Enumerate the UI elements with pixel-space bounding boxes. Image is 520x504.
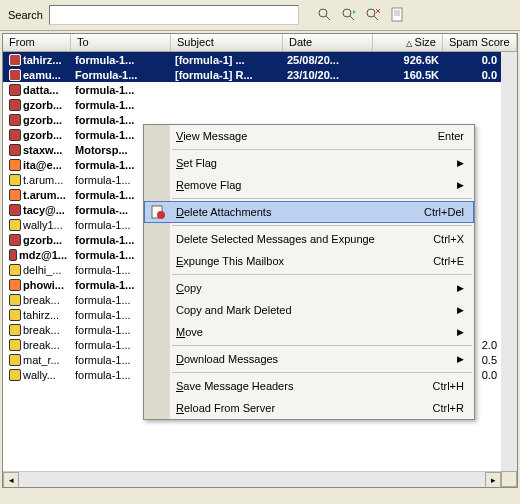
search-label: Search (8, 9, 43, 21)
menu-item-copy[interactable]: Copy▶ (144, 277, 474, 299)
menu-item-label: Download Messages (176, 353, 278, 365)
table-row[interactable]: datta...formula-1... (3, 82, 517, 97)
menu-item-delete-attachments[interactable]: Delete AttachmentsCtrl+Del (144, 201, 474, 223)
menu-item-copy-and-mark-deleted[interactable]: Copy and Mark Deleted▶ (144, 299, 474, 321)
search-input[interactable] (49, 5, 299, 25)
svg-line-3 (350, 16, 354, 20)
menu-item-label: View Message (176, 130, 247, 142)
menu-separator (172, 372, 472, 373)
svg-point-4 (367, 9, 375, 17)
submenu-arrow-icon: ▶ (457, 354, 464, 364)
menu-item-label: Expunge This Mailbox (176, 255, 284, 267)
cell-from: break... (23, 324, 60, 336)
menu-item-save-message-headers[interactable]: Save Message HeadersCtrl+H (144, 375, 474, 397)
submenu-arrow-icon: ▶ (457, 180, 464, 190)
scroll-right-button[interactable]: ▸ (485, 472, 501, 488)
cell-subject: [formula-1] ... (171, 54, 283, 66)
mail-table: From To Subject Date △ Size Spam Score t… (2, 33, 518, 488)
cell-from: gzorb... (23, 234, 62, 246)
menu-item-label: Set Flag (176, 157, 217, 169)
menu-separator (172, 149, 472, 150)
cell-subject: [formula-1] R... (171, 69, 283, 81)
document-icon[interactable] (387, 5, 407, 25)
cell-from: wally... (23, 369, 56, 381)
menu-separator (172, 345, 472, 346)
menu-item-label: Move (176, 326, 203, 338)
mail-icon (9, 369, 21, 381)
search-next-icon[interactable] (339, 5, 359, 25)
mail-icon (9, 54, 21, 66)
mail-icon (9, 129, 21, 141)
menu-item-label: Delete Selected Messages and Expunge (176, 233, 375, 245)
mail-icon (9, 84, 21, 96)
cell-from: wally1... (23, 219, 63, 231)
col-to[interactable]: To (71, 34, 171, 51)
menu-item-shortcut: Ctrl+H (433, 380, 464, 392)
cell-date: 23/10/20... (283, 69, 373, 81)
scroll-left-button[interactable]: ◂ (3, 472, 19, 488)
search-toolbar: Search (0, 0, 520, 31)
menu-item-set-flag[interactable]: Set Flag▶ (144, 152, 474, 174)
search-icon[interactable] (315, 5, 335, 25)
scrollbar-corner (501, 471, 517, 487)
cell-from: break... (23, 339, 60, 351)
mail-icon (9, 69, 21, 81)
menu-item-move[interactable]: Move▶ (144, 321, 474, 343)
mail-icon (9, 189, 21, 201)
mail-icon (9, 204, 21, 216)
menu-item-expunge-this-mailbox[interactable]: Expunge This MailboxCtrl+E (144, 250, 474, 272)
cell-from: break... (23, 294, 60, 306)
svg-point-0 (319, 9, 327, 17)
cell-to: Formula-1... (71, 69, 171, 81)
mail-icon (9, 294, 21, 306)
menu-item-label: Delete Attachments (176, 206, 271, 218)
menu-separator (172, 198, 472, 199)
svg-point-13 (157, 211, 165, 219)
menu-item-download-messages[interactable]: Download Messages▶ (144, 348, 474, 370)
col-from[interactable]: From (3, 34, 71, 51)
horizontal-scrollbar[interactable]: ◂ ▸ (3, 471, 501, 487)
table-row[interactable]: eamu...Formula-1...[formula-1] R...23/10… (3, 67, 517, 82)
menu-item-label: Save Message Headers (176, 380, 293, 392)
menu-item-delete-selected-messages-and-expunge[interactable]: Delete Selected Messages and ExpungeCtrl… (144, 228, 474, 250)
table-row[interactable]: tahirz...formula-1...[formula-1] ...25/0… (3, 52, 517, 67)
mail-icon (9, 249, 17, 261)
menu-item-reload-from-server[interactable]: Reload From ServerCtrl+R (144, 397, 474, 419)
mail-icon (9, 324, 21, 336)
mail-icon (9, 309, 21, 321)
col-subject[interactable]: Subject (171, 34, 283, 51)
cell-from: t.arum... (23, 189, 66, 201)
svg-line-1 (326, 16, 330, 20)
menu-item-shortcut: Ctrl+R (433, 402, 464, 414)
cell-from: mdz@1... (19, 249, 67, 261)
menu-item-shortcut: Ctrl+E (433, 255, 464, 267)
cell-from: tahirz... (23, 54, 62, 66)
cell-from: tacy@... (23, 204, 65, 216)
cell-from: gzorb... (23, 129, 62, 141)
search-clear-icon[interactable] (363, 5, 383, 25)
svg-point-2 (343, 9, 351, 17)
mail-icon (9, 99, 21, 111)
vertical-scrollbar[interactable] (501, 52, 517, 471)
cell-from: staxw... (23, 144, 62, 156)
mail-icon (9, 264, 21, 276)
menu-item-label: Copy (176, 282, 202, 294)
cell-from: ita@e... (23, 159, 62, 171)
menu-separator (172, 274, 472, 275)
menu-item-view-message[interactable]: View MessageEnter (144, 125, 474, 147)
cell-to: formula-1... (71, 54, 171, 66)
col-spamscore[interactable]: Spam Score (443, 34, 517, 51)
menu-item-remove-flag[interactable]: Remove Flag▶ (144, 174, 474, 196)
cell-to: formula-1... (71, 99, 171, 111)
cell-size: 160.5K (373, 69, 443, 81)
cell-from: gzorb... (23, 99, 62, 111)
col-size[interactable]: △ Size (373, 34, 443, 51)
menu-item-label: Copy and Mark Deleted (176, 304, 292, 316)
cell-size: 926.6K (373, 54, 443, 66)
menu-item-shortcut: Ctrl+Del (424, 206, 464, 218)
col-date[interactable]: Date (283, 34, 373, 51)
mail-icon (9, 174, 21, 186)
table-row[interactable]: gzorb...formula-1... (3, 97, 517, 112)
cell-from: phowi... (23, 279, 64, 291)
menu-item-label: Reload From Server (176, 402, 275, 414)
